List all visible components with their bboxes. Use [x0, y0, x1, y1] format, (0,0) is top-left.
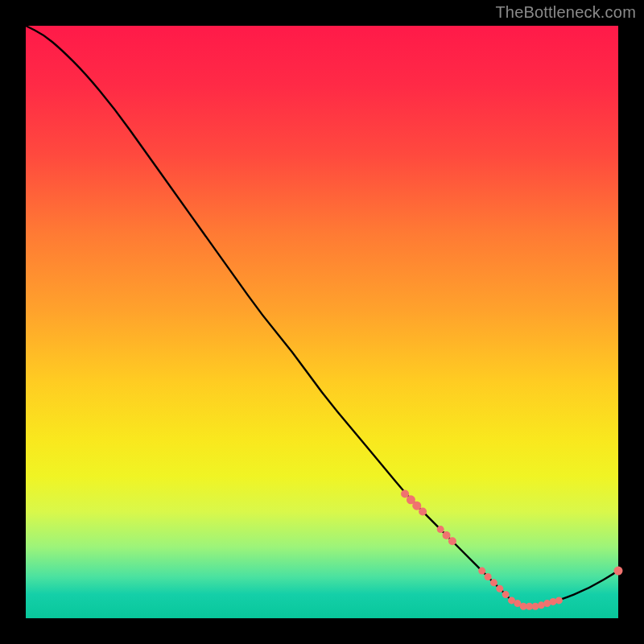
marker-dot — [485, 573, 492, 580]
marker-dot — [496, 585, 503, 592]
marker-dot — [437, 526, 444, 533]
marker-dot — [614, 567, 623, 576]
chart-frame: TheBottleneck.com — [0, 0, 644, 644]
marker-dot — [419, 508, 427, 516]
plot-area — [26, 26, 618, 618]
watermark-text: TheBottleneck.com — [495, 3, 636, 22]
highlight-markers — [401, 489, 622, 609]
bottleneck-curve — [26, 26, 618, 606]
marker-dot — [555, 597, 563, 604]
marker-dot — [448, 537, 456, 545]
marker-dot — [490, 579, 497, 586]
marker-dot — [502, 591, 510, 598]
marker-dot — [478, 568, 485, 575]
chart-svg — [26, 26, 618, 618]
marker-dot — [443, 531, 451, 539]
